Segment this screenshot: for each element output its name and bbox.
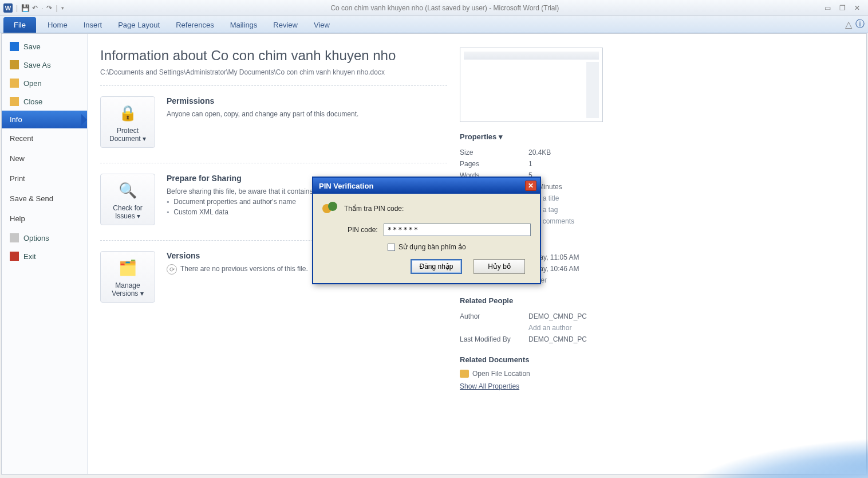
check-issues-button[interactable]: 🔍 Check for Issues ▾ xyxy=(100,174,155,225)
cancel-button[interactable]: Hủy bỏ xyxy=(474,259,525,274)
nav-close[interactable]: Close xyxy=(2,92,87,111)
nav-save-send[interactable]: Save & Send xyxy=(2,189,87,209)
nav-save[interactable]: Save xyxy=(2,37,87,56)
nav-label: Save As xyxy=(23,61,51,69)
quick-access-toolbar: W | 💾 ↶ · ↷ | ▾ xyxy=(0,3,68,13)
nav-open[interactable]: Open xyxy=(2,74,87,92)
dialog-title-text: PIN Verification xyxy=(317,182,525,190)
nav-label: Open xyxy=(23,79,42,88)
show-all-properties[interactable]: Show All Properties xyxy=(460,382,638,390)
dialog-prompt-row: Thẩm tra PIN code: xyxy=(322,202,531,216)
tab-mailings[interactable]: Mailings xyxy=(222,17,266,33)
nav-label: Recent xyxy=(10,134,33,143)
nav-recent[interactable]: Recent xyxy=(2,128,87,148)
tab-page-layout[interactable]: Page Layout xyxy=(110,17,168,33)
nav-label: Help xyxy=(10,214,25,223)
tab-review[interactable]: Review xyxy=(265,17,306,33)
divider: | xyxy=(16,4,18,12)
lock-icon: 🔒 xyxy=(116,103,139,123)
prop-key: Last Modified By xyxy=(460,335,528,343)
section-title: Prepare for Sharing xyxy=(167,174,315,183)
tab-file[interactable]: File xyxy=(3,17,36,33)
pin-verification-dialog: PIN Verification ✕ Thẩm tra PIN code: PI… xyxy=(312,177,541,284)
section-title: Versions xyxy=(167,251,308,260)
nav-save-as[interactable]: Save As xyxy=(2,56,87,74)
prop-author: AuthorDEMO_CMND_PC xyxy=(460,311,638,322)
nav-label: Options xyxy=(23,234,49,242)
qat-undo-icon[interactable]: ↶ xyxy=(32,4,38,12)
pin-code-input[interactable] xyxy=(384,224,531,236)
document-thumbnail[interactable] xyxy=(460,48,603,122)
button-label: Check for Issues ▾ xyxy=(103,204,152,220)
related-people: Related People AuthorDEMO_CMND_PC Add an… xyxy=(460,296,638,345)
versions-text: Versions ⟳There are no previous versions… xyxy=(167,251,308,303)
ribbon-right: △ ⓘ xyxy=(845,18,865,33)
window-controls: ▭ ❐ ✕ xyxy=(822,3,868,13)
divider xyxy=(100,163,447,163)
nav-options[interactable]: Options xyxy=(2,229,87,247)
section-title: Permissions xyxy=(167,96,358,105)
dialog-titlebar[interactable]: PIN Verification ✕ xyxy=(313,178,540,194)
nav-label: Exit xyxy=(23,252,36,261)
minimize-ribbon-icon[interactable]: △ xyxy=(845,19,852,30)
manage-versions-button[interactable]: 🗂️ Manage Versions ▾ xyxy=(100,251,155,303)
bullet-item: Document properties and author's name xyxy=(167,197,315,207)
close-window-button[interactable]: ✕ xyxy=(852,3,862,13)
nav-print[interactable]: Print xyxy=(2,169,87,189)
checkbox-icon[interactable] xyxy=(388,244,395,251)
prop-value: DEMO_CMND_PC xyxy=(528,335,587,343)
minimize-button[interactable]: ▭ xyxy=(822,3,833,13)
qat-redo-icon[interactable]: ↷ xyxy=(46,4,52,12)
tab-view[interactable]: View xyxy=(306,17,338,33)
divider: | xyxy=(56,4,57,12)
tab-insert[interactable]: Insert xyxy=(76,17,111,33)
backstage-nav: Save Save As Open Close Info Recent New … xyxy=(2,34,88,474)
nav-label: Save & Send xyxy=(10,194,53,203)
tab-home[interactable]: Home xyxy=(40,17,76,33)
tab-references[interactable]: References xyxy=(168,17,222,33)
properties-header[interactable]: Properties ▾ xyxy=(460,132,638,141)
related-documents-header: Related Documents xyxy=(460,355,638,364)
open-file-location[interactable]: Open File Location xyxy=(460,370,638,378)
dialog-prompt-text: Thẩm tra PIN code: xyxy=(344,205,404,213)
prop-add-author[interactable]: Add an author xyxy=(460,322,638,334)
prop-value-placeholder: Add an author xyxy=(528,324,571,332)
prop-last-modified-by: Last Modified ByDEMO_CMND_PC xyxy=(460,334,638,345)
protect-document-button[interactable]: 🔒 Protect Document ▾ xyxy=(100,96,155,148)
pin-label: PIN code: xyxy=(348,226,378,234)
save-icon xyxy=(10,42,19,51)
nav-new[interactable]: New xyxy=(2,148,87,169)
word-app-icon: W xyxy=(3,3,13,13)
prepare-text: Prepare for Sharing Before sharing this … xyxy=(167,174,315,225)
titlebar: W | 💾 ↶ · ↷ | ▾ Co con chim vanh khuyen … xyxy=(0,0,868,16)
nav-label: Info xyxy=(10,115,22,124)
qat-customize-icon[interactable]: ▾ xyxy=(61,5,64,11)
nav-label: Close xyxy=(23,97,42,106)
prop-size: Size20.4KB xyxy=(460,147,638,158)
nav-info[interactable]: Info xyxy=(2,111,87,128)
checkbox-label: Sử dụng bàn phím ảo xyxy=(399,243,466,251)
prop-key xyxy=(460,324,528,332)
history-icon: ⟳ xyxy=(167,264,177,275)
nav-label: New xyxy=(10,154,25,163)
login-button[interactable]: Đăng nhập xyxy=(411,259,462,274)
help-icon[interactable]: ⓘ xyxy=(855,18,865,30)
nav-exit[interactable]: Exit xyxy=(2,247,87,265)
restore-button[interactable]: ❐ xyxy=(837,3,847,13)
permissions-section: 🔒 Protect Document ▾ Permissions Anyone … xyxy=(100,96,447,148)
nav-label: Print xyxy=(10,174,25,183)
prop-key: Author xyxy=(460,312,528,320)
pin-input-row: PIN code: xyxy=(322,224,531,236)
prop-value: 20.4KB xyxy=(528,148,551,156)
qat-save-icon[interactable]: 💾 xyxy=(21,4,30,12)
nav-help[interactable]: Help xyxy=(2,209,87,229)
virtual-keyboard-row[interactable]: Sử dụng bàn phím ảo xyxy=(322,243,531,251)
window-title: Co con chim vanh khuyen nho (Last saved … xyxy=(68,4,822,12)
nav-label: Save xyxy=(23,42,41,51)
exit-icon xyxy=(10,252,19,261)
permissions-text: Permissions Anyone can open, copy, and c… xyxy=(167,96,358,148)
dialog-buttons: Đăng nhập Hủy bỏ xyxy=(322,259,531,274)
save-as-icon xyxy=(10,60,19,69)
info-heading: Information about Co con chim vanh khuye… xyxy=(100,48,447,64)
dialog-close-button[interactable]: ✕ xyxy=(525,181,536,191)
